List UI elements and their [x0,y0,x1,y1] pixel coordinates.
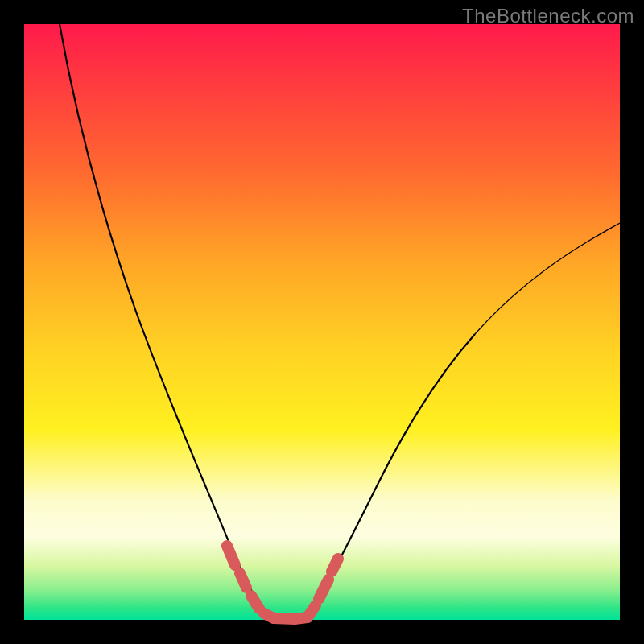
curve-right-upper [475,223,620,334]
curve-left [60,24,266,617]
chart-frame: TheBottleneck.com [0,0,644,644]
valley-marker-left [227,546,274,618]
chart-svg [24,24,620,620]
valley-marker-right [308,559,338,617]
watermark-text: TheBottleneck.com [462,5,634,27]
plot-area [24,24,620,620]
